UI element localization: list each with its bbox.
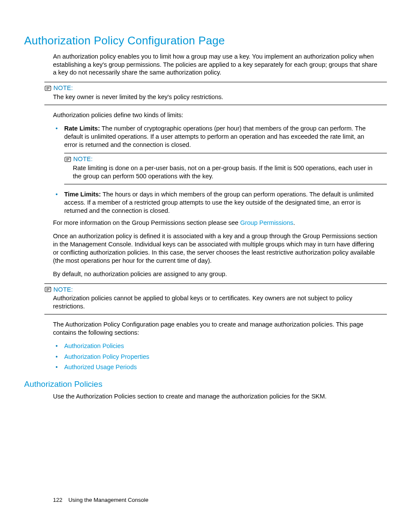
note-block-2: NOTE: Rate limiting is done on a per-use… bbox=[64, 153, 387, 184]
time-limits-text: The hours or days in which members of th… bbox=[64, 191, 374, 214]
note-text-3: Authorization policies cannot be applied… bbox=[53, 294, 378, 311]
page-number: 122 bbox=[53, 497, 62, 503]
more-info-paragraph: For more information on the Group Permis… bbox=[53, 219, 378, 227]
note-icon bbox=[44, 286, 52, 292]
note-label: NOTE: bbox=[73, 155, 93, 163]
list-item: Authorization Policy Properties bbox=[53, 353, 387, 361]
note-block-3: NOTE: Authorization policies cannot be a… bbox=[44, 283, 387, 315]
more-info-pre: For more information on the Group Permis… bbox=[53, 219, 240, 226]
authorization-policies-link[interactable]: Authorization Policies bbox=[64, 342, 124, 349]
once-defined-paragraph: Once an authorization policy is defined … bbox=[53, 232, 378, 264]
note-text-1: The key owner is never limited by the ke… bbox=[53, 93, 378, 101]
list-item: Authorization Policies bbox=[53, 342, 387, 350]
rate-limits-label: Rate Limits: bbox=[64, 125, 100, 132]
limits-intro: Authorization policies define two kinds … bbox=[53, 111, 378, 119]
page-enables-paragraph: The Authorization Policy Configuration p… bbox=[53, 320, 378, 337]
group-permissions-link[interactable]: Group Permissions bbox=[240, 219, 293, 226]
page-footer: 122Using the Management Console bbox=[53, 497, 148, 504]
more-info-post: . bbox=[293, 219, 295, 226]
note-block-1: NOTE: The key owner is never limited by … bbox=[44, 82, 387, 105]
note-label: NOTE: bbox=[53, 286, 73, 294]
authorization-policies-heading: Authorization Policies bbox=[24, 379, 387, 390]
note-icon bbox=[44, 85, 52, 91]
rate-limits-text: The number of cryptographic operations (… bbox=[64, 125, 366, 148]
authorization-policy-properties-link[interactable]: Authorization Policy Properties bbox=[64, 353, 149, 360]
rate-limits-item: Rate Limits: The number of cryptographic… bbox=[53, 124, 378, 149]
list-item: Authorized Usage Periods bbox=[53, 363, 387, 371]
by-default-paragraph: By default, no authorization policies ar… bbox=[53, 270, 378, 278]
note-label: NOTE: bbox=[53, 84, 73, 92]
time-limits-label: Time Limits: bbox=[64, 191, 101, 198]
authorization-policies-text: Use the Authorization Policies section t… bbox=[53, 392, 378, 401]
intro-paragraph: An authorization policy enables you to l… bbox=[53, 53, 378, 77]
time-limits-item: Time Limits: The hours or days in which … bbox=[53, 190, 378, 215]
authorized-usage-periods-link[interactable]: Authorized Usage Periods bbox=[64, 364, 137, 370]
page-title: Authorization Policy Configuration Page bbox=[24, 34, 387, 48]
note-text-2: Rate limiting is done on a per-user basi… bbox=[73, 164, 378, 180]
note-icon bbox=[64, 156, 72, 162]
footer-text: Using the Management Console bbox=[68, 497, 149, 503]
